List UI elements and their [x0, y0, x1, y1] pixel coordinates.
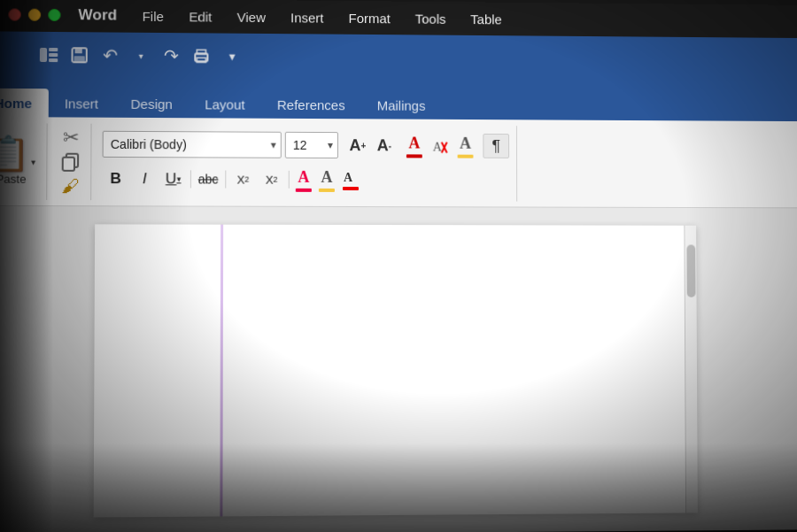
- menu-edit[interactable]: Edit: [182, 7, 219, 26]
- print-icon[interactable]: [187, 42, 215, 70]
- svg-rect-2: [49, 53, 58, 57]
- traffic-lights: [8, 8, 60, 21]
- font-size-controls: A+ A-: [345, 133, 397, 158]
- separator3: [289, 171, 290, 189]
- separator: [190, 170, 191, 188]
- svg-text:A: A: [344, 170, 353, 184]
- ribbon-tabs: Home Insert Design Layout References Mai…: [0, 78, 797, 122]
- undo-icon[interactable]: ↶: [96, 41, 125, 69]
- svg-rect-1: [49, 48, 58, 51]
- tab-home[interactable]: Home: [0, 89, 49, 119]
- font-color-group: A A A: [400, 131, 480, 160]
- font-name-select[interactable]: Calibri (Body) Arial Times New Roman Hel…: [103, 131, 282, 158]
- menu-tools[interactable]: Tools: [408, 9, 453, 27]
- separator2: [225, 171, 226, 189]
- document-line: [220, 225, 223, 517]
- menu-format[interactable]: Format: [342, 8, 398, 27]
- tab-layout[interactable]: Layout: [189, 89, 261, 119]
- underline-button[interactable]: U ▾: [159, 166, 186, 191]
- strikethrough-button[interactable]: abc: [195, 166, 221, 191]
- tab-mailings[interactable]: Mailings: [361, 90, 442, 120]
- menu-insert[interactable]: Insert: [283, 8, 331, 27]
- font-size-selector[interactable]: 8 9 10 11 12 14 16 18 24 36 48 72: [285, 132, 338, 158]
- paste-dropdown-arrow-icon[interactable]: ▾: [31, 158, 35, 167]
- superscript-button[interactable]: X2: [259, 167, 285, 192]
- close-button[interactable]: [8, 8, 20, 20]
- quick-access-toolbar: ↶ ▾ ↷ ▾: [0, 31, 797, 83]
- menu-file[interactable]: File: [135, 6, 171, 25]
- menu-table[interactable]: Table: [463, 10, 508, 28]
- font-grow-button[interactable]: A+: [345, 133, 370, 158]
- font-group: Calibri (Body) Arial Times New Roman Hel…: [95, 123, 517, 201]
- paste-icon-area: 📋 ▾: [0, 136, 35, 171]
- clear-formatting-button[interactable]: A: [427, 134, 453, 158]
- menu-view[interactable]: View: [229, 7, 273, 26]
- document-scrollbar[interactable]: [684, 226, 697, 513]
- minimize-button[interactable]: [27, 9, 40, 21]
- svg-rect-11: [63, 158, 74, 171]
- paste-group: 📋 ▾ Paste: [0, 122, 48, 199]
- font-shrink-button[interactable]: A-: [372, 133, 397, 158]
- highlight-row2-button[interactable]: A: [316, 165, 337, 194]
- underline-dropdown-icon[interactable]: ▾: [176, 174, 181, 183]
- ribbon-content: 📋 ▾ Paste ✂ 🖌 Calibri (Body): [0, 117, 797, 209]
- paste-label[interactable]: Paste: [0, 173, 26, 186]
- font-name-selector[interactable]: Calibri (Body) Arial Times New Roman Hel…: [103, 131, 282, 158]
- highlight-color-button[interactable]: A: [455, 131, 476, 160]
- underline-color-button[interactable]: A: [339, 166, 362, 193]
- redo-icon[interactable]: ↷: [157, 42, 185, 70]
- document-area: [0, 206, 797, 532]
- clipboard-icon: 📋: [0, 136, 29, 171]
- svg-rect-6: [74, 56, 85, 62]
- tab-insert[interactable]: Insert: [48, 89, 114, 119]
- qa-dropdown-icon[interactable]: ▾: [217, 42, 245, 71]
- copy-icon[interactable]: [58, 153, 84, 173]
- svg-rect-5: [75, 48, 82, 53]
- svg-rect-0: [40, 48, 47, 62]
- cut-icon[interactable]: ✂: [58, 126, 84, 149]
- paragraph-marks-button[interactable]: ¶: [483, 134, 509, 158]
- app-name: Word: [71, 4, 124, 27]
- document-page: [94, 224, 698, 517]
- sidebar-toggle-icon[interactable]: [35, 41, 64, 69]
- svg-text:A: A: [433, 140, 443, 154]
- subscript-button[interactable]: X2: [229, 167, 256, 192]
- maximize-button[interactable]: [48, 9, 60, 21]
- italic-button[interactable]: I: [131, 166, 159, 191]
- clipboard-sub-group: ✂ 🖌: [50, 123, 91, 200]
- font-size-select[interactable]: 8 9 10 11 12 14 16 18 24 36 48 72: [285, 132, 338, 158]
- tab-design[interactable]: Design: [114, 89, 189, 120]
- format-painter-icon[interactable]: 🖌: [58, 176, 83, 197]
- font-row-2: B I U ▾ abc X2 X2: [102, 164, 509, 195]
- svg-rect-3: [49, 58, 58, 62]
- font-color-row2-button[interactable]: A: [293, 165, 314, 194]
- bold-button[interactable]: B: [102, 166, 129, 191]
- save-icon[interactable]: [65, 41, 94, 69]
- scrollbar-thumb[interactable]: [686, 245, 695, 297]
- tab-references[interactable]: References: [261, 90, 361, 120]
- font-color-button[interactable]: A: [404, 131, 425, 160]
- undo-dropdown-icon[interactable]: ▾: [126, 42, 155, 70]
- font-row-1: Calibri (Body) Arial Times New Roman Hel…: [103, 129, 510, 160]
